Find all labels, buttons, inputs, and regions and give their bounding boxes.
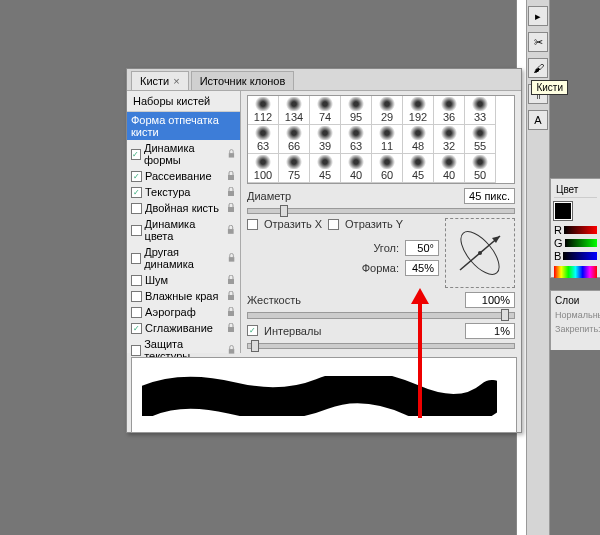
brush-size-label: 32 [443,140,455,152]
sidebar-item-label: Динамика формы [144,142,224,166]
sidebar-item-1[interactable]: ✓Динамика формы [127,140,240,168]
slider-g[interactable] [565,239,597,247]
spectrum-bar[interactable] [554,266,597,278]
hardness-value[interactable]: 100% [465,292,515,308]
lock-icon [227,345,236,355]
angle-control[interactable] [445,218,515,288]
checkbox[interactable] [131,291,142,302]
lock-icon [226,307,236,317]
brush-size-label: 45 [319,169,331,181]
tab-clone-source[interactable]: Источник клонов [191,71,295,90]
flip-x-checkbox[interactable] [247,219,258,230]
brush-preset[interactable]: 192 [403,96,434,125]
sidebar-item-9[interactable]: Аэрограф [127,304,240,320]
flip-y-label: Отразить Y [345,218,403,230]
brush-size-label: 100 [254,169,272,181]
brush-preset[interactable]: 66 [279,125,310,154]
blend-mode[interactable]: Нормальный [553,308,598,322]
brush-preset[interactable]: 45 [310,154,341,183]
lock-icon [226,323,236,333]
sidebar-item-10[interactable]: ✓Сглаживание [127,320,240,336]
checkbox[interactable] [131,345,141,356]
brush-size-label: 134 [285,111,303,123]
checkbox[interactable]: ✓ [131,323,142,334]
sidebar-item-label: Шум [145,274,168,286]
checkbox[interactable] [131,225,142,236]
brush-preset[interactable]: 32 [434,125,465,154]
brush-preset[interactable]: 60 [372,154,403,183]
sidebar-item-4[interactable]: Двойная кисть [127,200,240,216]
color-panel-title[interactable]: Цвет [554,182,597,198]
brush-preset[interactable]: 100 [248,154,279,183]
close-icon[interactable]: × [173,75,179,87]
svg-rect-10 [229,349,234,354]
brush-size-label: 33 [474,111,486,123]
brush-size-label: 74 [319,111,331,123]
slider-r[interactable] [564,226,597,234]
sidebar-item-7[interactable]: Шум [127,272,240,288]
lock-icon [227,149,236,159]
checkbox[interactable] [131,203,142,214]
sidebar-header[interactable]: Наборы кистей [127,91,240,112]
tool-text-icon[interactable]: A [528,110,548,130]
brush-preset[interactable]: 39 [310,125,341,154]
brush-stroke-preview [131,357,517,433]
slider-b[interactable] [563,252,597,260]
layers-title[interactable]: Слои [553,293,598,308]
lock-icon [226,171,236,181]
checkbox[interactable]: ✓ [131,171,142,182]
sidebar-item-3[interactable]: ✓Текстура [127,184,240,200]
spacing-slider[interactable] [247,343,515,349]
diameter-value[interactable]: 45 пикс. [464,188,515,204]
sidebar-item-8[interactable]: Влажные края [127,288,240,304]
lock-label: Закрепить: [553,322,598,336]
brush-preset[interactable]: 95 [341,96,372,125]
tab-brushes[interactable]: Кисти× [131,71,189,90]
sidebar-item-0[interactable]: Форма отпечатка кисти [127,112,240,140]
sidebar-item-5[interactable]: Динамика цвета [127,216,240,244]
brush-main: 1121347495291923633636639631148325510075… [241,91,521,353]
brush-preset[interactable]: 63 [341,125,372,154]
foreground-swatch[interactable] [554,202,572,220]
spacing-checkbox[interactable]: ✓ [247,325,258,336]
brush-preset[interactable]: 48 [403,125,434,154]
checkbox[interactable] [131,253,141,264]
checkbox[interactable]: ✓ [131,187,142,198]
brush-preset[interactable]: 40 [341,154,372,183]
color-panel: Цвет R G B [550,178,600,278]
channel-r: R [554,224,562,236]
hardness-slider[interactable] [247,312,515,318]
brush-preset[interactable]: 33 [465,96,496,125]
brush-preset[interactable]: 45 [403,154,434,183]
brush-size-label: 29 [381,111,393,123]
brush-preset[interactable]: 40 [434,154,465,183]
brush-preset[interactable]: 55 [465,125,496,154]
brush-preset[interactable]: 11 [372,125,403,154]
brush-preset[interactable]: 63 [248,125,279,154]
brush-preset[interactable]: 75 [279,154,310,183]
tab-brushes-label: Кисти [140,75,169,87]
checkbox[interactable] [131,275,142,286]
sidebar-item-6[interactable]: Другая динамика [127,244,240,272]
checkbox[interactable] [131,307,142,318]
brush-preset-grid[interactable]: 1121347495291923633636639631148325510075… [247,95,515,184]
diameter-slider[interactable] [247,208,515,214]
sidebar-item-label: Динамика цвета [145,218,224,242]
angle-value[interactable]: 50° [405,240,439,256]
tool-arrow-icon[interactable]: ▸ [528,6,548,26]
brush-preset[interactable]: 112 [248,96,279,125]
brush-preset[interactable]: 134 [279,96,310,125]
tool-brushes-icon[interactable]: 🖌 [528,58,548,78]
checkbox[interactable]: ✓ [131,149,141,160]
brush-preset[interactable]: 74 [310,96,341,125]
brush-preset[interactable]: 50 [465,154,496,183]
spacing-value[interactable]: 1% [465,323,515,339]
tool-scissors-icon[interactable]: ✂ [528,32,548,52]
brush-size-label: 75 [288,169,300,181]
brush-preset[interactable]: 36 [434,96,465,125]
sidebar-item-2[interactable]: ✓Рассеивание [127,168,240,184]
lock-icon [227,253,236,263]
roundness-value[interactable]: 45% [405,260,439,276]
flip-y-checkbox[interactable] [328,219,339,230]
brush-preset[interactable]: 29 [372,96,403,125]
